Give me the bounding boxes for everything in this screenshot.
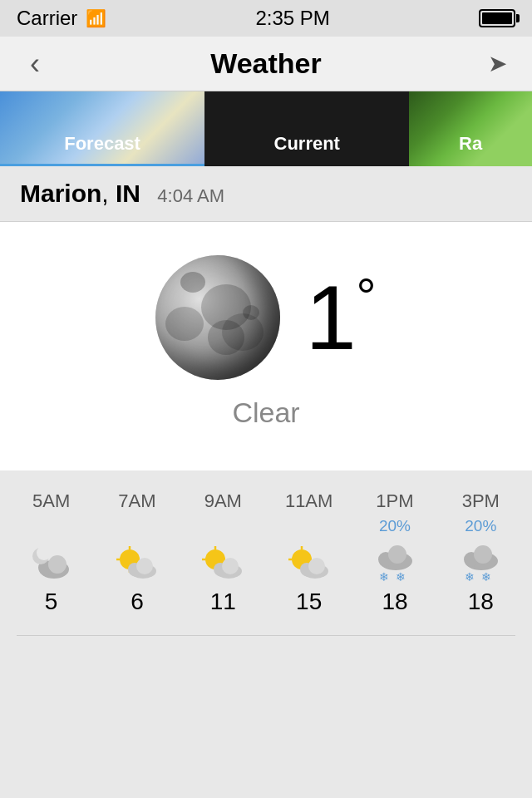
state-name: IN	[116, 180, 140, 207]
bottom-divider	[17, 635, 515, 636]
nav-bar: ‹ Weather ➤	[0, 37, 532, 91]
hour-label-11am: 11AM	[285, 490, 332, 512]
tab-underline	[0, 164, 204, 166]
hour-label-7am: 7AM	[118, 490, 155, 512]
hour-item-7am: 7AM 6	[100, 490, 175, 615]
location-text: Marion, IN 4:04 AM	[20, 180, 224, 207]
back-button[interactable]: ‹	[17, 47, 53, 81]
city-label: Marion	[20, 180, 101, 207]
carrier-label: Carrier	[17, 7, 77, 30]
hour-item-1pm: 1PM 20% ❄ ❄ 18	[357, 490, 432, 615]
hour-item-5am: 5AM 5	[14, 490, 89, 615]
wifi-icon: 📶	[86, 8, 106, 28]
snow-icon-1pm: ❄ ❄	[370, 542, 420, 584]
hour-label-9am: 9AM	[204, 490, 242, 512]
temp-5am: 5	[45, 589, 58, 615]
temperature-value: 1	[305, 272, 356, 363]
moon-icon	[155, 255, 280, 380]
svg-point-23	[308, 558, 325, 574]
tab-current[interactable]: Current	[204, 91, 409, 166]
hour-label-1pm: 1PM	[376, 490, 413, 512]
svg-point-4	[37, 545, 52, 560]
temp-3pm: 18	[468, 589, 494, 615]
location-bar: Marion, IN 4:04 AM	[0, 166, 532, 222]
temp-7am: 6	[131, 589, 144, 615]
partly-cloudy-icon-7am	[112, 542, 162, 584]
weather-card: 1 ° Clear	[0, 222, 532, 470]
precip-1pm: 20%	[379, 517, 411, 537]
temp-1pm: 18	[382, 589, 407, 615]
tab-radar-label: Ra	[459, 133, 482, 155]
cloudy-night-icon	[27, 542, 76, 584]
weather-description: Clear	[232, 397, 299, 429]
tab-strip: Forecast Current Ra	[0, 91, 532, 166]
svg-text:❄: ❄	[465, 570, 475, 583]
hour-item-11am: 11AM 15	[272, 490, 347, 615]
partly-cloudy-icon-11am	[284, 542, 334, 584]
status-left: Carrier 📶	[17, 7, 106, 30]
temp-block: 1 °	[305, 272, 376, 363]
tab-radar[interactable]: Ra	[409, 91, 532, 166]
status-bar: Carrier 📶 2:35 PM	[0, 0, 532, 37]
hour-label-3pm: 3PM	[462, 490, 500, 512]
hourly-section: 5AM 5 7AM	[0, 470, 532, 635]
page-title: Weather	[210, 47, 322, 80]
hourly-row: 5AM 5 7AM	[0, 490, 532, 615]
hour-item-3pm: 3PM 20% ❄ ❄ 18	[443, 490, 518, 615]
battery-icon	[479, 9, 515, 27]
tab-forecast[interactable]: Forecast	[0, 91, 204, 166]
battery-fill	[482, 12, 512, 24]
weather-main: 1 °	[17, 255, 515, 380]
location-time: 4:04 AM	[157, 185, 224, 206]
temp-9am: 11	[210, 589, 236, 615]
hour-label-5am: 5AM	[32, 490, 70, 512]
snow-icon-3pm: ❄ ❄	[456, 542, 505, 584]
svg-point-26	[388, 545, 406, 564]
temp-11am: 15	[296, 589, 322, 615]
svg-point-2	[48, 555, 66, 574]
hour-item-9am: 9AM 11	[185, 490, 260, 615]
svg-text:❄: ❄	[481, 570, 491, 583]
degree-symbol: °	[357, 272, 377, 322]
svg-text:❄: ❄	[396, 570, 406, 583]
location-button[interactable]: ➤	[479, 50, 515, 77]
svg-point-31	[474, 545, 492, 564]
svg-point-17	[222, 558, 239, 574]
svg-point-11	[136, 558, 153, 574]
state-label: ,	[101, 180, 116, 207]
tab-forecast-label: Forecast	[64, 133, 140, 155]
svg-text:❄: ❄	[379, 570, 389, 583]
partly-cloudy-icon-9am	[198, 542, 248, 584]
tab-current-label: Current	[274, 133, 340, 155]
precip-3pm: 20%	[465, 517, 496, 537]
time-label: 2:35 PM	[255, 7, 329, 30]
